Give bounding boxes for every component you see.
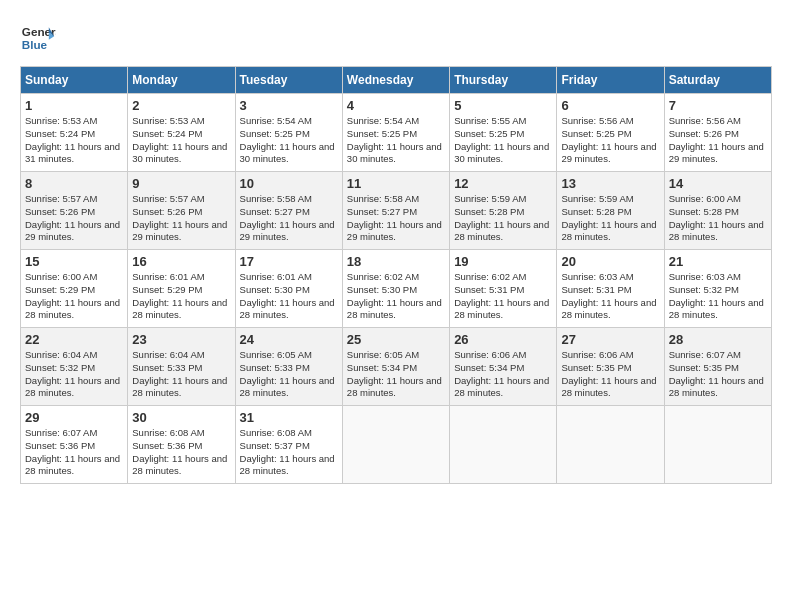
- calendar-cell: 28 Sunrise: 6:07 AMSunset: 5:35 PMDaylig…: [664, 328, 771, 406]
- day-info: Sunrise: 6:08 AMSunset: 5:37 PMDaylight:…: [240, 427, 335, 476]
- day-number: 18: [347, 254, 445, 269]
- calendar-cell: 29 Sunrise: 6:07 AMSunset: 5:36 PMDaylig…: [21, 406, 128, 484]
- calendar-cell: 6 Sunrise: 5:56 AMSunset: 5:25 PMDayligh…: [557, 94, 664, 172]
- calendar-cell: 18 Sunrise: 6:02 AMSunset: 5:30 PMDaylig…: [342, 250, 449, 328]
- day-info: Sunrise: 6:02 AMSunset: 5:31 PMDaylight:…: [454, 271, 549, 320]
- calendar-cell: 25 Sunrise: 6:05 AMSunset: 5:34 PMDaylig…: [342, 328, 449, 406]
- calendar-cell: 4 Sunrise: 5:54 AMSunset: 5:25 PMDayligh…: [342, 94, 449, 172]
- calendar-week-3: 15 Sunrise: 6:00 AMSunset: 5:29 PMDaylig…: [21, 250, 772, 328]
- day-number: 7: [669, 98, 767, 113]
- day-info: Sunrise: 6:07 AMSunset: 5:36 PMDaylight:…: [25, 427, 120, 476]
- calendar-week-1: 1 Sunrise: 5:53 AMSunset: 5:24 PMDayligh…: [21, 94, 772, 172]
- day-number: 16: [132, 254, 230, 269]
- day-number: 12: [454, 176, 552, 191]
- calendar-cell: 10 Sunrise: 5:58 AMSunset: 5:27 PMDaylig…: [235, 172, 342, 250]
- day-info: Sunrise: 5:59 AMSunset: 5:28 PMDaylight:…: [561, 193, 656, 242]
- calendar-cell: 31 Sunrise: 6:08 AMSunset: 5:37 PMDaylig…: [235, 406, 342, 484]
- day-info: Sunrise: 6:06 AMSunset: 5:34 PMDaylight:…: [454, 349, 549, 398]
- col-saturday: Saturday: [664, 67, 771, 94]
- day-info: Sunrise: 6:03 AMSunset: 5:31 PMDaylight:…: [561, 271, 656, 320]
- calendar-cell: 1 Sunrise: 5:53 AMSunset: 5:24 PMDayligh…: [21, 94, 128, 172]
- day-info: Sunrise: 6:03 AMSunset: 5:32 PMDaylight:…: [669, 271, 764, 320]
- calendar-cell: 21 Sunrise: 6:03 AMSunset: 5:32 PMDaylig…: [664, 250, 771, 328]
- svg-text:Blue: Blue: [22, 38, 48, 51]
- day-info: Sunrise: 6:00 AMSunset: 5:28 PMDaylight:…: [669, 193, 764, 242]
- day-info: Sunrise: 6:01 AMSunset: 5:29 PMDaylight:…: [132, 271, 227, 320]
- day-number: 8: [25, 176, 123, 191]
- day-number: 1: [25, 98, 123, 113]
- day-info: Sunrise: 5:54 AMSunset: 5:25 PMDaylight:…: [347, 115, 442, 164]
- logo: General Blue: [20, 20, 56, 56]
- calendar-cell: 14 Sunrise: 6:00 AMSunset: 5:28 PMDaylig…: [664, 172, 771, 250]
- calendar-cell: 16 Sunrise: 6:01 AMSunset: 5:29 PMDaylig…: [128, 250, 235, 328]
- calendar-cell: 20 Sunrise: 6:03 AMSunset: 5:31 PMDaylig…: [557, 250, 664, 328]
- calendar-cell: 27 Sunrise: 6:06 AMSunset: 5:35 PMDaylig…: [557, 328, 664, 406]
- day-info: Sunrise: 5:53 AMSunset: 5:24 PMDaylight:…: [25, 115, 120, 164]
- day-info: Sunrise: 5:56 AMSunset: 5:25 PMDaylight:…: [561, 115, 656, 164]
- day-number: 3: [240, 98, 338, 113]
- day-number: 24: [240, 332, 338, 347]
- col-tuesday: Tuesday: [235, 67, 342, 94]
- calendar-cell: 24 Sunrise: 6:05 AMSunset: 5:33 PMDaylig…: [235, 328, 342, 406]
- day-info: Sunrise: 5:55 AMSunset: 5:25 PMDaylight:…: [454, 115, 549, 164]
- calendar-cell: 22 Sunrise: 6:04 AMSunset: 5:32 PMDaylig…: [21, 328, 128, 406]
- calendar-cell: 17 Sunrise: 6:01 AMSunset: 5:30 PMDaylig…: [235, 250, 342, 328]
- day-info: Sunrise: 6:05 AMSunset: 5:34 PMDaylight:…: [347, 349, 442, 398]
- header-row: Sunday Monday Tuesday Wednesday Thursday…: [21, 67, 772, 94]
- col-wednesday: Wednesday: [342, 67, 449, 94]
- day-number: 20: [561, 254, 659, 269]
- calendar-cell: 9 Sunrise: 5:57 AMSunset: 5:26 PMDayligh…: [128, 172, 235, 250]
- col-sunday: Sunday: [21, 67, 128, 94]
- day-number: 15: [25, 254, 123, 269]
- day-info: Sunrise: 6:08 AMSunset: 5:36 PMDaylight:…: [132, 427, 227, 476]
- day-info: Sunrise: 6:05 AMSunset: 5:33 PMDaylight:…: [240, 349, 335, 398]
- day-info: Sunrise: 6:04 AMSunset: 5:32 PMDaylight:…: [25, 349, 120, 398]
- calendar-cell: 15 Sunrise: 6:00 AMSunset: 5:29 PMDaylig…: [21, 250, 128, 328]
- calendar-cell: 23 Sunrise: 6:04 AMSunset: 5:33 PMDaylig…: [128, 328, 235, 406]
- calendar-cell: 26 Sunrise: 6:06 AMSunset: 5:34 PMDaylig…: [450, 328, 557, 406]
- day-number: 14: [669, 176, 767, 191]
- day-number: 30: [132, 410, 230, 425]
- day-info: Sunrise: 6:01 AMSunset: 5:30 PMDaylight:…: [240, 271, 335, 320]
- calendar-cell: 5 Sunrise: 5:55 AMSunset: 5:25 PMDayligh…: [450, 94, 557, 172]
- day-number: 25: [347, 332, 445, 347]
- calendar-week-5: 29 Sunrise: 6:07 AMSunset: 5:36 PMDaylig…: [21, 406, 772, 484]
- day-info: Sunrise: 5:57 AMSunset: 5:26 PMDaylight:…: [132, 193, 227, 242]
- day-number: 4: [347, 98, 445, 113]
- day-info: Sunrise: 5:53 AMSunset: 5:24 PMDaylight:…: [132, 115, 227, 164]
- day-info: Sunrise: 5:57 AMSunset: 5:26 PMDaylight:…: [25, 193, 120, 242]
- day-number: 22: [25, 332, 123, 347]
- day-number: 19: [454, 254, 552, 269]
- day-number: 11: [347, 176, 445, 191]
- calendar-cell: 11 Sunrise: 5:58 AMSunset: 5:27 PMDaylig…: [342, 172, 449, 250]
- day-info: Sunrise: 5:59 AMSunset: 5:28 PMDaylight:…: [454, 193, 549, 242]
- day-number: 23: [132, 332, 230, 347]
- logo-icon: General Blue: [20, 20, 56, 56]
- day-number: 28: [669, 332, 767, 347]
- calendar-cell: 2 Sunrise: 5:53 AMSunset: 5:24 PMDayligh…: [128, 94, 235, 172]
- calendar-cell: 7 Sunrise: 5:56 AMSunset: 5:26 PMDayligh…: [664, 94, 771, 172]
- calendar-cell: 3 Sunrise: 5:54 AMSunset: 5:25 PMDayligh…: [235, 94, 342, 172]
- col-friday: Friday: [557, 67, 664, 94]
- calendar-cell: [557, 406, 664, 484]
- col-thursday: Thursday: [450, 67, 557, 94]
- calendar-cell: [664, 406, 771, 484]
- day-number: 21: [669, 254, 767, 269]
- calendar-cell: 8 Sunrise: 5:57 AMSunset: 5:26 PMDayligh…: [21, 172, 128, 250]
- day-info: Sunrise: 5:58 AMSunset: 5:27 PMDaylight:…: [347, 193, 442, 242]
- day-info: Sunrise: 6:04 AMSunset: 5:33 PMDaylight:…: [132, 349, 227, 398]
- day-info: Sunrise: 6:07 AMSunset: 5:35 PMDaylight:…: [669, 349, 764, 398]
- calendar-cell: 19 Sunrise: 6:02 AMSunset: 5:31 PMDaylig…: [450, 250, 557, 328]
- calendar-cell: [450, 406, 557, 484]
- day-number: 27: [561, 332, 659, 347]
- calendar-table: Sunday Monday Tuesday Wednesday Thursday…: [20, 66, 772, 484]
- day-number: 6: [561, 98, 659, 113]
- calendar-cell: 30 Sunrise: 6:08 AMSunset: 5:36 PMDaylig…: [128, 406, 235, 484]
- day-number: 29: [25, 410, 123, 425]
- day-number: 31: [240, 410, 338, 425]
- day-number: 13: [561, 176, 659, 191]
- calendar-cell: [342, 406, 449, 484]
- day-number: 2: [132, 98, 230, 113]
- calendar-week-2: 8 Sunrise: 5:57 AMSunset: 5:26 PMDayligh…: [21, 172, 772, 250]
- day-number: 17: [240, 254, 338, 269]
